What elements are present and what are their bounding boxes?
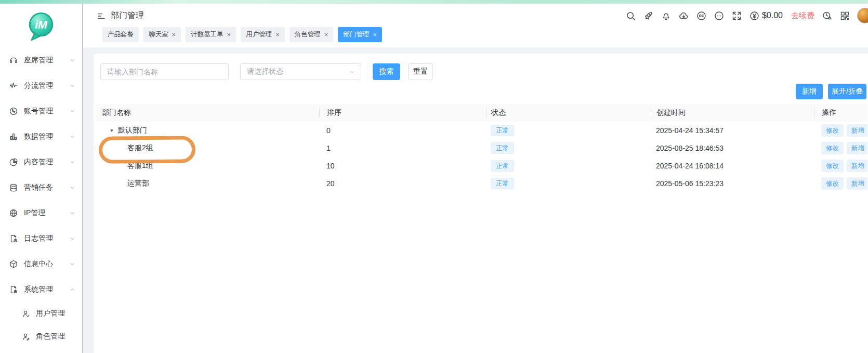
chevron-down-icon — [69, 134, 75, 140]
close-icon[interactable]: × — [172, 31, 176, 38]
row-add-button[interactable]: 新增 — [847, 124, 867, 137]
sidebar-item-data[interactable]: 数据管理 — [0, 124, 82, 149]
status-cell: 正常 — [486, 125, 652, 137]
table-row: 客服2组 1 正常 2025-08-25 18:46:53 修改 新增 — [95, 139, 867, 157]
topbar: $0.00 去续费 — [625, 9, 868, 22]
tab-chat-room[interactable]: 聊天室 × — [143, 27, 181, 42]
bell-icon[interactable] — [661, 10, 672, 21]
sort-cell: 10 — [319, 162, 486, 170]
sidebar-item-label: 数据管理 — [24, 132, 53, 141]
tab-department-management[interactable]: 部门管理 × — [338, 27, 382, 42]
svg-text:iM: iM — [35, 19, 48, 31]
sidebar-item-routing[interactable]: 分流管理 — [0, 73, 82, 98]
package-icon — [9, 259, 18, 269]
chevron-down-icon — [69, 261, 75, 267]
created-time-cell: 2025-04-24 15:34:57 — [652, 126, 814, 135]
expand-collapse-button[interactable]: 展开/折叠 — [828, 84, 866, 99]
bar-chart-icon — [9, 132, 18, 141]
fold-menu-icon[interactable] — [97, 11, 106, 21]
close-icon[interactable]: × — [373, 31, 377, 38]
row-edit-button[interactable]: 修改 — [821, 124, 844, 137]
chat-bubble-logo-icon: iM — [25, 11, 57, 42]
chevron-down-icon — [69, 185, 75, 191]
close-icon[interactable]: × — [324, 31, 328, 38]
tab-role-management[interactable]: 角色管理 × — [290, 27, 334, 42]
sidebar-item-label: 系统管理 — [24, 285, 53, 294]
sidebar-item-ip[interactable]: IP管理 — [0, 200, 82, 226]
sidebar-item-account[interactable]: 账号管理 — [0, 98, 82, 124]
sidebar-item-log[interactable]: 日志管理 — [0, 226, 82, 251]
sidebar-item-marketing[interactable]: 营销任务 — [0, 175, 82, 200]
status-badge: 正常 — [491, 142, 514, 154]
renew-link[interactable]: 去续费 — [791, 11, 814, 21]
sidebar-subitem-label: 角色管理 — [36, 332, 65, 341]
content-card: 请选择状态 搜索 重置 新增 展开/折叠 部门名称排序状态创建时间操作 ▼ 默认… — [94, 54, 868, 353]
tab-label: 计数器工单 — [191, 30, 223, 39]
column-header-4: 操作 — [814, 109, 867, 117]
main-header: 部门管理 $0.00 去续费 产品套餐 聊天室 × 计数器工单 × 用户管理 ×… — [83, 4, 868, 47]
row-add-button[interactable]: 新增 — [847, 177, 867, 190]
department-table: 部门名称排序状态创建时间操作 ▼ 默认部门 0 正常 2025-04-24 15… — [95, 104, 867, 192]
table-body: ▼ 默认部门 0 正常 2025-04-24 15:34:57 修改 新增 客服… — [95, 122, 867, 192]
user-avatar[interactable] — [857, 8, 868, 23]
headset-icon — [9, 56, 18, 65]
close-icon[interactable]: × — [227, 31, 231, 38]
database-icon — [9, 183, 18, 192]
created-time-cell: 2025-08-25 18:46:53 — [652, 144, 814, 152]
balance-amount: $0.00 — [762, 11, 783, 20]
action-cell: 修改 新增 — [814, 177, 867, 190]
tab-product-package[interactable]: 产品套餐 — [102, 27, 139, 42]
row-add-button[interactable]: 新增 — [847, 160, 867, 173]
sidebar-item-message[interactable]: 信息中心 — [0, 251, 82, 277]
created-time-cell: 2025-04-24 16:08:14 — [652, 162, 814, 170]
yen-circle-icon — [749, 10, 760, 21]
sidebar-item-system[interactable]: 系统管理 — [0, 277, 82, 302]
expand-caret-icon[interactable]: ▼ — [109, 128, 114, 133]
row-edit-button[interactable]: 修改 — [821, 142, 844, 155]
toolbar-row: 新增 展开/折叠 — [94, 84, 868, 99]
cloud-download-icon[interactable] — [678, 10, 689, 21]
search-icon[interactable] — [625, 10, 636, 21]
search-button[interactable]: 搜索 — [373, 63, 400, 80]
globe-icon — [9, 208, 18, 218]
chevron-down-icon — [69, 108, 75, 114]
status-cell: 正常 — [486, 160, 652, 172]
add-button[interactable]: 新增 — [796, 84, 823, 99]
department-name-cell: 客服1组 — [95, 161, 319, 171]
tabs-bar: 产品套餐 聊天室 × 计数器工单 × 用户管理 × 角色管理 × 部门管理 × — [83, 21, 868, 42]
user-edit-icon — [22, 332, 31, 341]
close-icon[interactable]: × — [275, 31, 280, 38]
tab-user-management[interactable]: 用户管理 × — [241, 27, 285, 42]
tab-label: 用户管理 — [246, 30, 272, 39]
chat-dots-icon[interactable] — [714, 10, 725, 21]
chevron-up-icon — [69, 286, 75, 293]
creative-commons-icon[interactable] — [696, 10, 707, 21]
tab-counter-ticket[interactable]: 计数器工单 × — [186, 27, 236, 42]
row-edit-button[interactable]: 修改 — [821, 177, 844, 190]
status-select[interactable]: 请选择状态 — [240, 63, 361, 80]
sidebar-subitem-label: 用户管理 — [36, 309, 65, 318]
reset-button[interactable]: 重置 — [408, 63, 433, 80]
sidebar-item-label: 座席管理 — [24, 56, 53, 65]
sidebar-item-seat[interactable]: 座席管理 — [0, 47, 82, 73]
sidebar-item-content[interactable]: 内容管理 — [0, 149, 82, 175]
rocket-icon[interactable] — [643, 10, 654, 21]
department-name: 客服1组 — [127, 161, 153, 171]
sidebar-item-label: 账号管理 — [24, 107, 53, 116]
qr-code-icon[interactable] — [839, 10, 850, 21]
fullscreen-icon[interactable] — [731, 10, 742, 21]
department-name: 默认部门 — [118, 126, 147, 135]
row-edit-button[interactable]: 修改 — [821, 160, 844, 173]
sidebar-item-label: 分流管理 — [24, 81, 53, 90]
row-add-button[interactable]: 新增 — [847, 142, 867, 155]
clock-alert-icon[interactable] — [822, 10, 833, 21]
sidebar-subitem-role[interactable]: 角色管理 — [0, 325, 82, 348]
department-name: 运营部 — [127, 179, 149, 188]
log-file-icon — [9, 234, 18, 243]
balance[interactable]: $0.00 — [749, 10, 783, 21]
sidebar-item-label: IP管理 — [24, 208, 45, 218]
chevron-down-icon — [69, 83, 75, 89]
sidebar-subitem-user[interactable]: 用户管理 — [0, 302, 82, 325]
department-name-input[interactable] — [100, 63, 229, 80]
column-header-0: 部门名称 — [95, 109, 319, 117]
